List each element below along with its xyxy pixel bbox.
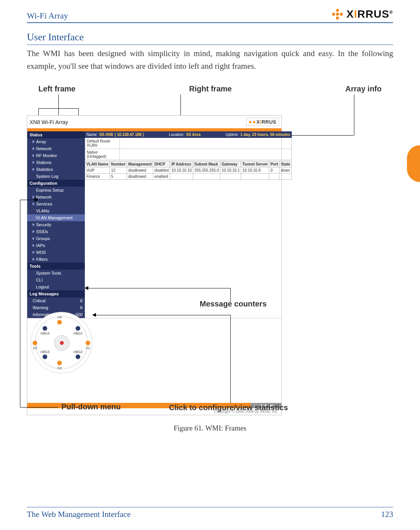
table-row: VoIP 12 disallowed disabled 10.10.10.10 … — [85, 167, 292, 174]
nav-item-statistics[interactable]: Statistics — [27, 166, 85, 173]
nav-item-logout[interactable]: Logout — [27, 283, 85, 290]
body-paragraph: The WMI has been designed with simplicit… — [27, 47, 393, 72]
iap-radial-diagram[interactable]: A4 ABG4 ABG1 A3 A1 ABG3 ABG2 A2 — [31, 312, 92, 373]
nav-section-log-messages: Log Messages — [27, 290, 85, 297]
nav-item-cli[interactable]: CLI — [27, 277, 85, 283]
iap-node[interactable]: ABG4 — [40, 326, 50, 335]
array-model: XN8 Wi-Fi Array — [30, 119, 68, 125]
iap-node[interactable]: A3 — [33, 341, 37, 350]
log-row-warning: Warning6 — [27, 304, 85, 311]
nav-item-wds[interactable]: WDS — [27, 249, 85, 256]
iap-node[interactable]: A1 — [86, 341, 90, 350]
nav-item-groups[interactable]: Groups — [27, 235, 85, 242]
mini-logo-icon: XIRRUS — [246, 118, 279, 126]
annotation-array-info: Array info — [346, 84, 382, 93]
annotation-left-frame: Left frame — [38, 84, 76, 93]
nav-item-ssids[interactable]: SSIDs — [27, 228, 85, 235]
iap-node[interactable]: ABG1 — [73, 326, 83, 335]
nav-item-vlans[interactable]: VLANs — [27, 207, 85, 214]
nav-item-security[interactable]: Security — [27, 221, 85, 228]
table-row: Finance 5 disallowed enabled — [85, 174, 292, 180]
nav-item-rf-monitor[interactable]: RF Monitor — [27, 152, 85, 159]
page-number: 123 — [381, 510, 394, 519]
iap-node[interactable]: A2 — [57, 361, 62, 370]
annotation-right-frame: Right frame — [189, 84, 232, 93]
logo-dot-cluster-icon — [331, 8, 344, 21]
nav-section-tools: Tools — [27, 263, 85, 270]
vlan-meta: Default Route VLAN: Native (Untagged): — [85, 138, 292, 160]
nav-item-array[interactable]: Array — [27, 138, 85, 145]
vlan-table: VLAN Name Number Management DHCP IP Addr… — [85, 161, 292, 180]
section-heading: User Interface — [27, 31, 393, 45]
nav-item-filters[interactable]: Filters — [27, 256, 85, 263]
left-nav: Status Array Network RF Monitor Stations… — [27, 131, 85, 318]
iap-node[interactable]: A4 — [57, 315, 62, 325]
nav-item-iaps[interactable]: IAPs — [27, 242, 85, 249]
figure-caption: Figure 61. WMI: Frames — [27, 424, 393, 432]
nav-item-system-log[interactable]: System Log — [27, 173, 85, 180]
nav-section-status: Status — [27, 131, 85, 138]
nav-item-network[interactable]: Network — [27, 145, 85, 152]
log-row-critical: Critical6 — [27, 297, 85, 304]
nav-item-system-tools[interactable]: System Tools — [27, 270, 85, 277]
annotation-click-configure: Click to configure/view statistics — [169, 403, 288, 412]
iap-node[interactable]: ABG2 — [73, 350, 83, 359]
running-head: Wi-Fi Array — [27, 11, 68, 21]
nav-item-express-setup[interactable]: Express Setup — [27, 187, 85, 194]
annotation-pulldown: Pull-down menu — [61, 402, 121, 411]
footer-section: The Web Management Interface — [27, 510, 131, 519]
nav-section-configuration: Configuration — [27, 180, 85, 187]
iap-center-icon — [54, 335, 69, 351]
annotation-message-counters: Message counters — [200, 300, 267, 308]
figure: Left frame Right frame Array info XN8 Wi… — [27, 84, 393, 419]
nav-item-vlan-management[interactable]: VLAN Management — [27, 214, 85, 221]
iap-node[interactable]: ABG3 — [40, 350, 50, 359]
nav-item-stations[interactable]: Stations — [27, 159, 85, 166]
brand-logo: XIRRUS® — [331, 8, 393, 21]
array-info-bar: Name: SS-XN8 ( 10.100.47.186 ) Location:… — [85, 131, 292, 138]
